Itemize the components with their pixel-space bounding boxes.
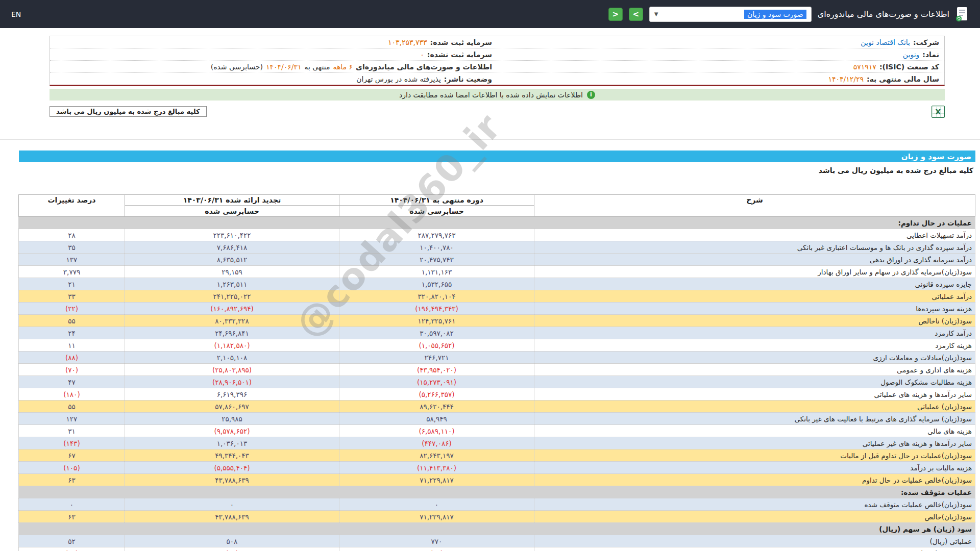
excel-icon: X bbox=[936, 108, 941, 116]
prior-period-value: ۲,۱۰۵,۱۰۸ bbox=[125, 352, 339, 364]
income-table-body: عملیات در حال تداوم:درآمد تسهیلات اعطایی… bbox=[19, 217, 975, 551]
prior-period-value: (۵,۵۵۵,۴۰۴) bbox=[125, 462, 339, 474]
row-label: سود(زیان) ناخالص bbox=[534, 315, 975, 327]
tools-row: X کلیه مبالغ درج شده به میلیون ریال می ب… bbox=[50, 106, 945, 117]
excel-export-button[interactable]: X bbox=[932, 106, 945, 118]
table-row: هزینه کارمزد(۱,۰۵۵,۶۵۲)(۱,۱۸۲,۵۸۰)۱۱ bbox=[19, 339, 975, 352]
section-row: عملیات در حال تداوم: bbox=[19, 217, 975, 229]
prior-period-value: ۷,۶۸۶,۴۱۸ bbox=[125, 241, 339, 254]
section-label: سود (زیان) هر سهم (ریال) bbox=[19, 523, 975, 535]
row-label: هزینه های مالی bbox=[534, 425, 975, 437]
period-label: اطلاعات و صورت‌های مالی میاندوره‌ای bbox=[356, 63, 492, 71]
period-audit-note: (حسابرسی شده) bbox=[211, 63, 263, 71]
nav-arrow-right-button[interactable]: > bbox=[629, 8, 643, 21]
top-navbar: اطلاعات و صورت‌های مالی میاندوره‌ای صورت… bbox=[0, 0, 980, 28]
prior-period-value: ۸,۶۳۵,۵۱۲ bbox=[125, 254, 339, 266]
fiscal-year-value: ۱۴۰۴/۱۲/۲۹ bbox=[828, 75, 864, 83]
change-percent-value: (۱۴۳) bbox=[19, 437, 125, 449]
row-label: جایزه سپرده قانونی bbox=[534, 278, 975, 290]
change-percent-value: ۶۷ bbox=[19, 449, 125, 462]
company-info-panel: شرکت: بانک اقتصاد نوین سرمایه ثبت شده: ۱… bbox=[50, 36, 945, 86]
change-percent-value: ۳۵ bbox=[19, 241, 125, 254]
row-label: درآمد سرمایه گذاری در اوراق بدهی bbox=[534, 254, 975, 266]
row-label: هزینه مالیات بر درآمد bbox=[534, 462, 975, 474]
income-statement-table: شرح دوره منتهی به ۱۴۰۴/۰۶/۳۱ تجدید ارائه… bbox=[18, 194, 975, 551]
row-label: سود(زیان)مبادلات و معاملات ارزی bbox=[534, 352, 975, 364]
current-period-value: (۸۰) bbox=[339, 547, 534, 551]
change-percent-value: ۱۲۷ bbox=[19, 413, 125, 425]
table-row: سود(زیان)عملیات در حال تداوم قبل از مالی… bbox=[19, 449, 975, 462]
row-label: سود(زیان)عملیات در حال تداوم قبل از مالی… bbox=[534, 449, 975, 462]
table-row: غیرعملیاتی (ریال)(۸۰)(۶۵)(۲۳) bbox=[19, 547, 975, 551]
current-period-value: (۱,۰۵۵,۶۵۲) bbox=[339, 339, 534, 352]
current-period-value: ۳۰,۵۹۷,۰۸۲ bbox=[339, 327, 534, 339]
prior-period-value: ۱,۰۳۶,۰۱۳ bbox=[125, 437, 339, 449]
current-period-value: (۵,۲۶۶,۳۵۷) bbox=[339, 388, 534, 400]
change-percent-value: ۲۸ bbox=[19, 229, 125, 241]
current-period-value: ۱,۵۳۲,۶۵۵ bbox=[339, 278, 534, 290]
subheader-audited-prior: حسابرسی شده bbox=[125, 206, 339, 217]
change-percent-value: ۴۷ bbox=[19, 376, 125, 388]
page-title: اطلاعات و صورت‌های مالی میاندوره‌ای bbox=[818, 9, 949, 19]
change-percent-value: (۱۸۰) bbox=[19, 388, 125, 400]
nav-arrow-left-button[interactable]: < bbox=[608, 8, 623, 21]
change-percent-value: ۳,۷۷۹ bbox=[19, 266, 125, 278]
current-period-value: ۷۱,۲۲۹,۸۱۷ bbox=[339, 474, 534, 486]
isic-field: کد صنعت (ISIC): ۵۷۱۹۱۷ bbox=[497, 61, 944, 72]
row-label: درآمد عملیاتی bbox=[534, 290, 975, 303]
current-period-value: ۱۰,۴۰۰,۷۸۰ bbox=[339, 241, 534, 254]
row-label: سود(زیان)خالص عملیات در حال تداوم bbox=[534, 474, 975, 486]
row-label: درآمد کارمزد bbox=[534, 327, 975, 339]
table-row: هزینه مالیات بر درآمد(۱۱,۴۱۳,۳۸۰)(۵,۵۵۵,… bbox=[19, 462, 975, 474]
symbol-value[interactable]: ونوین bbox=[903, 51, 919, 59]
symbol-field: نماد: ونوین bbox=[497, 48, 944, 60]
row-label: درآمد تسهیلات اعطایی bbox=[534, 229, 975, 241]
row-label: عملیاتی (ریال) bbox=[534, 535, 975, 547]
row-label: هزینه های اداری و عمومی bbox=[534, 364, 975, 376]
prior-period-value: ۴۳,۷۸۸,۶۳۹ bbox=[125, 474, 339, 486]
row-label: سود(زیان) سرمایه گذاری های مرتبط با فعال… bbox=[534, 413, 975, 425]
table-row: درآمد تسهیلات اعطایی۲۸۷,۲۷۹,۷۶۳۲۲۳,۶۱۰,۴… bbox=[19, 229, 975, 241]
prior-period-value: ۲۵,۹۸۵ bbox=[125, 413, 339, 425]
current-period-value: ۳۲۰,۸۲۰,۱۰۴ bbox=[339, 290, 534, 303]
row-label: سایر درآمدها و هزینه های غیر عملیاتی bbox=[534, 437, 975, 449]
change-percent-value: (۱۰۵) bbox=[19, 462, 125, 474]
table-row: سود(زیان)خالص عملیات متوقف شده۰۰۰ bbox=[19, 498, 975, 511]
change-percent-value: ۵۵ bbox=[19, 400, 125, 413]
section-label: عملیات در حال تداوم: bbox=[19, 217, 975, 229]
table-row: درآمد کارمزد۳۰,۵۹۷,۰۸۲۲۴,۶۹۶,۸۴۱۲۴ bbox=[19, 327, 975, 339]
period-date: ۱۴۰۴/۰۶/۳۱ bbox=[266, 63, 302, 71]
change-percent-value: ۲۱ bbox=[19, 278, 125, 290]
header-description: شرح bbox=[534, 195, 975, 217]
table-row: جایزه سپرده قانونی۱,۵۳۲,۶۵۵۱,۲۶۳,۵۱۱۲۱ bbox=[19, 278, 975, 290]
current-period-value: (۱۵,۲۷۳,۰۹۱) bbox=[339, 376, 534, 388]
current-period-value: ۲۴۶,۷۲۱ bbox=[339, 352, 534, 364]
prior-period-value: (۱۶۰,۸۹۲,۶۹۴) bbox=[125, 303, 339, 315]
section-row: سود (زیان) هر سهم (ریال) bbox=[19, 523, 975, 535]
info-row: سال مالی منتهی به: ۱۴۰۴/۱۲/۲۹ وضعیت ناشر… bbox=[50, 73, 944, 85]
section-label: عملیات متوقف شده: bbox=[19, 486, 975, 498]
current-period-value: ۷۱,۲۲۹,۸۱۷ bbox=[339, 511, 534, 523]
table-row: سود(زیان)خالص عملیات در حال تداوم۷۱,۲۲۹,… bbox=[19, 474, 975, 486]
current-period-value: (۴۴۷,۰۸۶) bbox=[339, 437, 534, 449]
current-period-value: ۲۰,۴۷۵,۷۴۳ bbox=[339, 254, 534, 266]
change-percent-value: ۶۳ bbox=[19, 511, 125, 523]
prior-period-value: ۲۴,۶۹۶,۸۴۱ bbox=[125, 327, 339, 339]
table-row: سایر درآمدها و هزینه های غیر عملیاتی(۴۴۷… bbox=[19, 437, 975, 449]
current-period-value: (۱۹۶,۴۹۴,۳۴۳) bbox=[339, 303, 534, 315]
language-toggle[interactable]: EN bbox=[11, 10, 21, 18]
table-row: سود(زیان) عملیاتی۸۹,۶۲۰,۴۴۴۵۷,۸۶۰,۶۹۷۵۵ bbox=[19, 400, 975, 413]
change-percent-value: ۲۴ bbox=[19, 327, 125, 339]
reports-icon[interactable] bbox=[955, 7, 969, 22]
row-label: سود(زیان)خالص bbox=[534, 511, 975, 523]
company-name-link[interactable]: بانک اقتصاد نوین bbox=[861, 38, 910, 46]
table-row: سود(زیان) سرمایه گذاری های مرتبط با فعال… bbox=[19, 413, 975, 425]
unregistered-capital-field: سرمایه ثبت نشده: ۰ bbox=[50, 48, 497, 60]
prior-period-value: ۵۰۸ bbox=[125, 535, 339, 547]
prior-period-value: (۶۵) bbox=[125, 547, 339, 551]
unregistered-capital-value: ۰ bbox=[420, 51, 424, 59]
statement-type-dropdown[interactable]: صورت سود و زیان ▼ bbox=[649, 7, 812, 22]
current-period-value: ۱,۱۳۱,۱۶۳ bbox=[339, 266, 534, 278]
prior-period-value: ۲۹,۱۵۹ bbox=[125, 266, 339, 278]
table-row: سود(زیان) ناخالص۱۲۴,۳۲۵,۷۶۱۸۰,۳۳۲,۳۲۸۵۵ bbox=[19, 315, 975, 327]
